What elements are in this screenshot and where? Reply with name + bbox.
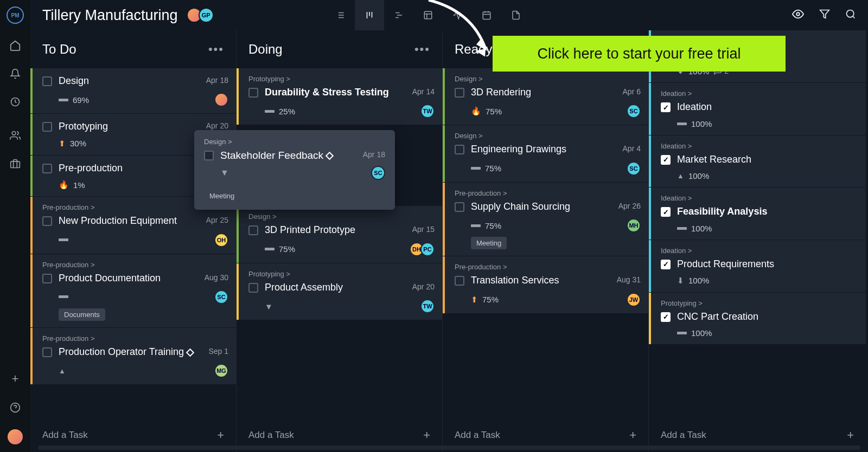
assignees: SC <box>630 104 641 118</box>
assignees: TW <box>424 299 435 313</box>
sheet-view-tab[interactable] <box>413 0 443 30</box>
card-title: 3D Printed Prototype <box>265 224 406 236</box>
logo-text: PM <box>11 12 20 18</box>
filter-icon[interactable] <box>819 9 830 22</box>
task-checkbox[interactable] <box>455 202 464 212</box>
board-column: To Do ••• Design Apr 18 69% Prototyping … <box>30 30 237 452</box>
assignee-avatar: TW <box>420 299 435 313</box>
task-checkbox[interactable] <box>455 88 464 98</box>
task-card[interactable]: Ideation > ✓ Product Requirements ⬇ 100% <box>649 240 866 292</box>
task-card[interactable]: Pre-production > Translation Services Au… <box>443 256 648 313</box>
task-checkbox[interactable]: ✓ <box>661 155 671 165</box>
column-body: Design Apr 18 69% Prototyping Apr 20 ⬆ 3… <box>30 68 236 418</box>
task-checkbox[interactable] <box>42 216 52 226</box>
task-card[interactable]: Pre-production > Production Operator Tra… <box>30 328 236 384</box>
task-checkbox[interactable] <box>42 274 52 283</box>
task-card[interactable]: Prototyping > ✓ CNC Part Creation 100% <box>649 293 866 344</box>
add-task-label: Add a Task <box>42 430 88 441</box>
column-title: Doing <box>248 42 283 57</box>
search-icon[interactable] <box>845 9 856 22</box>
column-body: Design > 3D Rendering Apr 6 🔥 75% SC Des… <box>443 68 648 418</box>
priority-medium-icon <box>59 99 68 101</box>
task-card[interactable]: Ideation > ✓ Feasibility Analysis 100% <box>649 188 866 239</box>
plus-icon: + <box>629 428 636 442</box>
card-breadcrumb: Design > <box>455 132 641 140</box>
task-checkbox[interactable] <box>42 347 52 357</box>
task-checkbox[interactable] <box>455 145 464 154</box>
card-progress: 100% <box>688 276 709 285</box>
assignees: SC <box>218 290 228 304</box>
task-card[interactable]: Ideation > ✓ Market Research ▲ 100% <box>649 135 866 187</box>
task-card[interactable]: Design > 3D Printed Prototype Apr 15 75%… <box>237 206 442 262</box>
add-task-label: Add a Task <box>661 430 706 441</box>
task-card[interactable]: Ideation > ✓ Ideation 100% <box>649 83 866 134</box>
people-icon[interactable] <box>9 129 22 142</box>
task-checkbox[interactable] <box>42 76 52 86</box>
file-view-tab[interactable] <box>501 0 531 30</box>
task-checkbox[interactable]: ✓ <box>661 260 671 269</box>
task-card[interactable]: Prototyping > Durability & Stress Testin… <box>237 68 442 125</box>
task-card[interactable]: Prototyping > Product Assembly Apr 20 ▼ … <box>237 263 442 320</box>
assignees: OH <box>218 233 228 247</box>
card-breadcrumb: Pre-production > <box>455 189 641 197</box>
card-progress: 69% <box>73 95 89 105</box>
card-progress: 75% <box>482 295 499 304</box>
priority-medium-icon <box>59 238 68 241</box>
card-title: Design <box>59 75 200 87</box>
card-date: Apr 26 <box>618 202 641 210</box>
task-checkbox[interactable]: ✓ <box>661 312 671 322</box>
column-body: Prototyping > Durability & Stress Testin… <box>237 68 442 418</box>
task-checkbox[interactable] <box>204 151 214 160</box>
card-title: Supply Chain Sourcing <box>471 201 612 213</box>
task-checkbox[interactable] <box>42 122 52 132</box>
svg-point-1 <box>12 132 16 135</box>
list-view-tab[interactable] <box>326 0 355 30</box>
task-checkbox[interactable]: ✓ <box>661 207 671 217</box>
column-menu-icon[interactable]: ••• <box>414 42 430 56</box>
card-breadcrumb: Prototyping > <box>248 270 435 278</box>
assignee-avatar: TW <box>420 104 435 118</box>
project-members[interactable]: GP <box>190 8 214 23</box>
home-icon[interactable] <box>9 39 22 52</box>
task-card[interactable]: Pre-production > Product Documentation A… <box>30 254 236 327</box>
task-card[interactable]: Design > Engineering Drawings Apr 4 75% … <box>443 125 648 182</box>
task-checkbox[interactable] <box>455 276 464 286</box>
free-trial-cta[interactable]: Click here to start your free trial <box>493 36 786 72</box>
chevron-down-icon[interactable]: ▼ <box>220 168 229 178</box>
activity-view-tab[interactable] <box>443 0 472 30</box>
briefcase-icon[interactable] <box>9 157 22 170</box>
app-logo[interactable]: PM <box>7 7 24 24</box>
card-date: Aug 31 <box>617 275 641 284</box>
clock-icon[interactable] <box>9 95 22 108</box>
dragging-card[interactable]: Design > Stakeholder Feedback Apr 18 ▼ S… <box>194 130 395 210</box>
assignees: MH <box>630 218 641 233</box>
task-checkbox[interactable] <box>248 88 258 98</box>
current-user-avatar[interactable] <box>8 429 23 444</box>
horizontal-scrollbar[interactable] <box>38 445 860 450</box>
left-rail: PM + <box>0 0 30 452</box>
task-checkbox[interactable] <box>42 164 52 173</box>
card-breadcrumb: Design > <box>455 75 641 83</box>
card-progress: 100% <box>691 119 712 128</box>
plus-icon: + <box>217 428 224 442</box>
help-icon[interactable] <box>9 401 22 414</box>
svg-marker-24 <box>820 10 829 18</box>
task-checkbox[interactable] <box>248 283 258 293</box>
task-card[interactable]: Design Apr 18 69% <box>30 68 236 113</box>
card-breadcrumb: Ideation > <box>661 142 858 150</box>
visibility-icon[interactable] <box>792 8 804 22</box>
task-card[interactable]: Design > 3D Rendering Apr 6 🔥 75% SC <box>443 68 648 125</box>
gantt-view-tab[interactable] <box>384 0 413 30</box>
add-icon[interactable]: + <box>12 372 19 386</box>
priority-high-icon: ⬆ <box>59 139 66 148</box>
bell-icon[interactable] <box>9 67 22 80</box>
card-date: Apr 20 <box>206 121 228 130</box>
card-date: Apr 20 <box>412 282 435 291</box>
task-card[interactable]: Pre-production > Supply Chain Sourcing A… <box>443 183 648 256</box>
column-menu-icon[interactable]: ••• <box>208 42 224 56</box>
board-view-tab[interactable] <box>355 0 384 30</box>
task-checkbox[interactable] <box>248 225 258 235</box>
calendar-view-tab[interactable] <box>472 0 501 30</box>
card-date: Apr 18 <box>363 150 385 159</box>
task-checkbox[interactable]: ✓ <box>661 102 671 112</box>
